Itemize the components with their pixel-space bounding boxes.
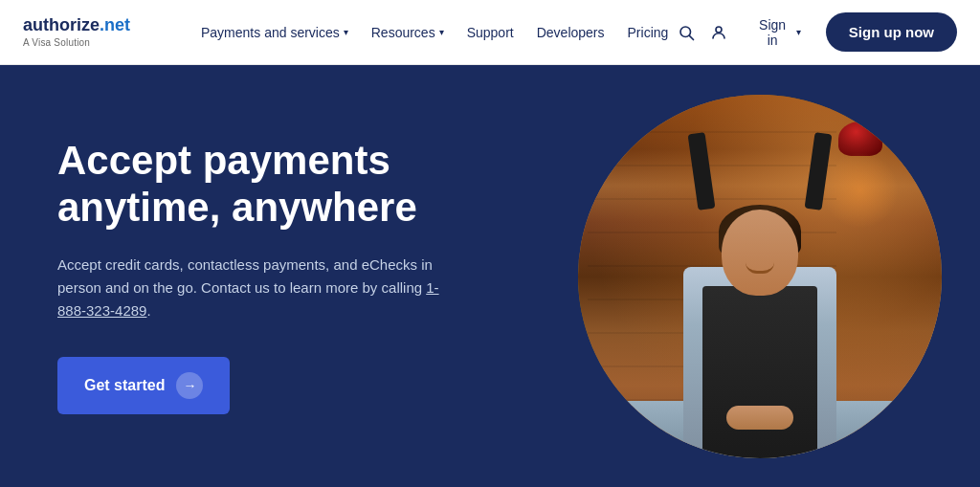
- user-icon: [710, 24, 727, 41]
- nav-item-resources[interactable]: Resources ▾: [362, 17, 454, 48]
- person-hands: [726, 406, 793, 430]
- brand-net: net: [104, 15, 130, 34]
- nav-item-developers[interactable]: Developers: [527, 17, 614, 48]
- navigation: authorize.net A Visa Solution Payments a…: [0, 0, 980, 65]
- nav-item-payments[interactable]: Payments and services ▾: [191, 17, 358, 48]
- svg-line-1: [690, 35, 694, 39]
- light-shade: [838, 122, 882, 156]
- sign-in-label: Sign in: [752, 17, 792, 48]
- get-started-button[interactable]: Get started →: [57, 357, 230, 414]
- hero-title: Accept payments anytime, anywhere: [57, 138, 517, 231]
- search-icon: [678, 24, 695, 41]
- nav-right: Sign in ▾ Sign up now: [678, 10, 957, 55]
- nav-resources-label: Resources: [371, 25, 435, 40]
- person-body: [664, 190, 856, 458]
- chevron-down-icon: ▾: [344, 27, 348, 37]
- hero-section: Accept payments anytime, anywhere Accept…: [0, 65, 980, 487]
- brand-tagline: A Visa Solution: [23, 37, 165, 48]
- account-button[interactable]: [710, 24, 727, 41]
- nav-links: Payments and services ▾ Resources ▾ Supp…: [191, 17, 678, 48]
- hero-description-suffix: .: [146, 302, 150, 319]
- nav-item-support[interactable]: Support: [457, 17, 523, 48]
- search-button[interactable]: [678, 24, 695, 41]
- hero-description: Accept credit cards, contactless payment…: [57, 254, 459, 322]
- face-smile: [746, 262, 774, 274]
- chevron-down-icon: ▾: [796, 27, 801, 37]
- person-head: [722, 210, 798, 296]
- nav-developers-label: Developers: [537, 25, 605, 40]
- person-apron: [702, 286, 817, 458]
- chevron-down-icon: ▾: [439, 27, 444, 37]
- hero-description-text: Accept credit cards, contactless payment…: [57, 256, 433, 296]
- hero-image-placeholder: [578, 95, 942, 458]
- get-started-label: Get started: [84, 377, 165, 394]
- nav-payments-label: Payments and services: [201, 25, 340, 40]
- logo[interactable]: authorize.net A Visa Solution: [23, 16, 165, 48]
- light-cord: [859, 104, 862, 123]
- hero-image: [578, 95, 942, 458]
- sign-in-button[interactable]: Sign in ▾: [743, 10, 811, 55]
- sign-up-button[interactable]: Sign up now: [826, 12, 957, 52]
- hero-content: Accept payments anytime, anywhere Accept…: [57, 138, 517, 414]
- brand-name-part1: authorize: [23, 15, 100, 34]
- nav-support-label: Support: [467, 25, 514, 40]
- pendant-light: [836, 104, 884, 157]
- arrow-icon: →: [176, 372, 203, 399]
- nav-pricing-label: Pricing: [628, 25, 669, 40]
- brand-name: authorize.net: [23, 16, 165, 35]
- svg-point-2: [716, 27, 722, 33]
- nav-item-pricing[interactable]: Pricing: [618, 17, 679, 48]
